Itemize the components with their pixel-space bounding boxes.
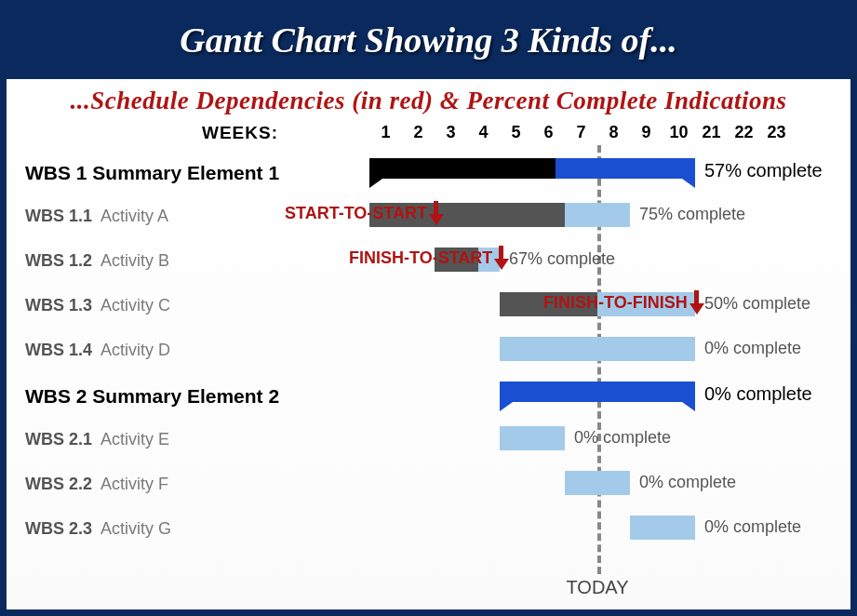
panel: ...Schedule Dependencies (in red) & Perc… — [7, 79, 850, 609]
summary-notch-left — [500, 402, 513, 411]
task-row: WBS 2.3 Activity G0% complete — [16, 510, 841, 551]
arrow-down-icon — [429, 201, 442, 225]
today-label: TODAY — [566, 577, 628, 598]
bar-container — [565, 471, 630, 495]
axis-tick: 22 — [728, 123, 760, 142]
pct-complete-label: 0% complete — [574, 428, 671, 448]
row-label: WBS 2.2 Activity F — [25, 475, 168, 494]
bar-remaining — [500, 426, 565, 450]
frame: Gantt Chart Showing 3 Kinds of... ...Sch… — [0, 0, 857, 616]
summary-notch-right — [682, 402, 695, 411]
axis-tick: 8 — [597, 123, 630, 142]
dependency-label: FINISH-TO-FINISH — [543, 293, 688, 313]
row-label: WBS 1.1 Activity A — [25, 207, 168, 226]
row-label: WBS 1.4 Activity D — [25, 341, 170, 360]
bar-container — [630, 516, 695, 540]
row-label: WBS 2.3 Activity G — [25, 519, 171, 539]
pct-complete-label: 0% complete — [704, 339, 801, 358]
row-label: WBS 1.3 Activity C — [25, 296, 170, 315]
axis-tick: 1 — [369, 123, 402, 142]
dependency-label: START-TO-START — [285, 204, 427, 223]
bar-remaining — [500, 337, 695, 361]
bar-remaining — [630, 516, 695, 540]
axis-tick: 6 — [532, 123, 565, 142]
task-row: WBS 2.1 Activity E0% complete — [16, 421, 841, 462]
bar-container — [500, 426, 565, 450]
axis-tick: 4 — [467, 123, 500, 142]
axis-tick: 5 — [500, 123, 532, 142]
pct-complete-label: 67% complete — [509, 249, 615, 269]
bar-complete — [369, 158, 556, 179]
arrow-down-icon — [494, 246, 507, 270]
banner-title: Gantt Chart Showing 3 Kinds of... — [7, 7, 850, 79]
summary-row: WBS 2 Summary Element 20% complete — [16, 376, 841, 417]
pct-complete-label: 50% complete — [704, 294, 810, 314]
gantt-chart: WEEKS: 12345678910212223TODAYWBS 1 Summa… — [16, 121, 841, 602]
pct-complete-label: 0% complete — [704, 383, 812, 405]
summary-row: WBS 1 Summary Element 157% complete — [16, 153, 841, 194]
row-label: WBS 2.1 Activity E — [25, 430, 169, 449]
bar-container — [500, 337, 695, 361]
pct-complete-label: 75% complete — [639, 205, 745, 224]
axis-tick: 23 — [760, 123, 793, 142]
axis-label: WEEKS: — [202, 123, 278, 143]
bar-container — [369, 158, 695, 179]
bar-remaining — [556, 158, 696, 179]
axis-tick: 7 — [565, 123, 597, 142]
task-row: WBS 1.4 Activity D0% complete — [16, 331, 841, 372]
summary-notch-left — [369, 179, 382, 188]
bar-container — [500, 382, 695, 402]
axis-ticks: 12345678910212223 — [369, 123, 793, 142]
axis-tick: 3 — [435, 123, 467, 142]
task-row: WBS 2.2 Activity F0% complete — [16, 465, 841, 506]
pct-complete-label: 57% complete — [704, 160, 823, 181]
arrow-down-icon — [690, 290, 703, 315]
axis-tick: 21 — [695, 123, 728, 142]
panel-subtitle: ...Schedule Dependencies (in red) & Perc… — [16, 87, 841, 115]
bar-remaining — [565, 471, 630, 495]
pct-complete-label: 0% complete — [704, 517, 801, 537]
bar-remaining — [500, 382, 695, 402]
dependency-finish-to-finish: FINISH-TO-FINISH — [543, 290, 703, 315]
task-row: WBS 1.3 Activity C50% complete — [16, 287, 841, 328]
axis-tick: 9 — [630, 123, 663, 142]
dependency-label: FINISH-TO-START — [349, 248, 492, 268]
axis-tick: 2 — [402, 123, 435, 142]
row-label: WBS 1 Summary Element 1 — [25, 162, 279, 184]
pct-complete-label: 0% complete — [639, 473, 736, 492]
axis-tick: 10 — [663, 123, 695, 142]
dependency-start-to-start: START-TO-START — [285, 201, 442, 225]
dependency-finish-to-start: FINISH-TO-START — [349, 246, 507, 270]
bar-remaining — [565, 203, 630, 227]
summary-notch-right — [682, 179, 695, 188]
row-label: WBS 2 Summary Element 2 — [25, 385, 279, 408]
row-label: WBS 1.2 Activity B — [25, 251, 169, 271]
